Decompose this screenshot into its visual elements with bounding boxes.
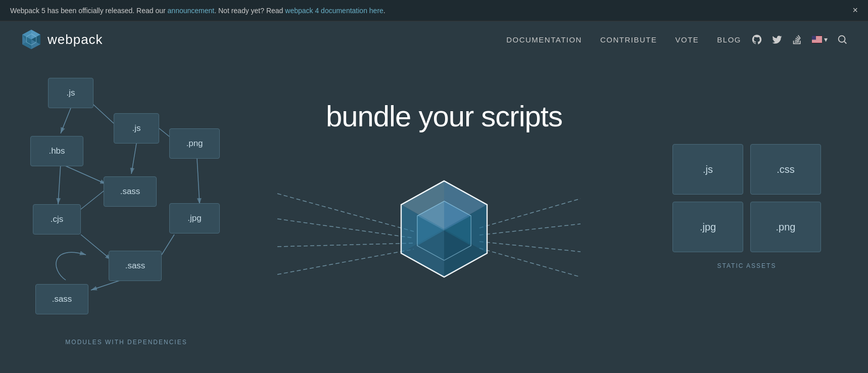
logo-text: webpack: [47, 32, 103, 48]
file-box-sass1: .sass: [104, 176, 157, 207]
assets-section: .js .css .jpg .png STATIC ASSETS: [656, 144, 838, 269]
asset-box-css: .css: [750, 144, 821, 195]
svg-line-23: [131, 144, 136, 174]
nav-icon-group: ▾: [751, 34, 848, 45]
file-box-cjs: .cjs: [33, 204, 81, 235]
chevron-down-icon: ▾: [824, 35, 828, 43]
flag-icon: [812, 36, 822, 43]
svg-line-28: [91, 280, 121, 290]
twitter-icon-button[interactable]: [771, 34, 783, 45]
logo-area: webpack: [20, 28, 103, 51]
svg-rect-13: [812, 42, 822, 42]
nav-blog[interactable]: BLOG: [717, 35, 741, 44]
svg-line-20: [61, 164, 106, 184]
svg-line-18: [61, 108, 71, 133]
svg-line-21: [58, 164, 61, 204]
hero-section: bundle your scripts: [232, 75, 656, 338]
asset-box-jpg: .jpg: [672, 202, 743, 252]
svg-line-24: [81, 189, 106, 209]
stackoverflow-icon: [792, 34, 803, 45]
nav-vote[interactable]: VOTE: [675, 35, 699, 44]
nav-contribute[interactable]: CONTRIBUTE: [600, 35, 657, 44]
banner-close-button[interactable]: ×: [852, 5, 858, 16]
file-box-hbs: .hbs: [30, 136, 83, 166]
stackoverflow-icon-button[interactable]: [792, 34, 803, 45]
svg-line-16: [844, 41, 846, 43]
file-box-sass2: .sass: [109, 251, 162, 281]
search-icon-button[interactable]: [837, 34, 848, 45]
webpack4-link[interactable]: webpack 4 documentation here: [285, 7, 383, 15]
main-content: .js .js .hbs .png .sass .cjs .jpg .sass …: [0, 58, 868, 356]
github-icon-button[interactable]: [751, 34, 762, 45]
dependency-diagram: .js .js .hbs .png .sass .cjs .jpg .sass …: [20, 68, 232, 331]
file-box-sass3: .sass: [35, 284, 88, 314]
assets-label: STATIC ASSETS: [717, 262, 777, 269]
svg-point-15: [839, 36, 845, 42]
asset-box-png: .png: [750, 202, 821, 252]
modules-label: MODULES WITH DEPENDENCIES: [20, 339, 232, 346]
announcement-banner: Webpack 5 has been officially released. …: [0, 0, 868, 21]
github-icon: [751, 34, 762, 45]
asset-box-js: .js: [672, 144, 743, 195]
svg-rect-14: [812, 36, 816, 40]
announcement-link[interactable]: announcement: [168, 7, 215, 15]
webpack-cube-svg: [389, 171, 500, 297]
svg-line-26: [197, 159, 200, 204]
svg-rect-12: [812, 41, 822, 41]
search-icon: [837, 34, 848, 45]
language-selector-button[interactable]: ▾: [812, 35, 828, 43]
webpack-logo-icon: [20, 28, 42, 51]
file-box-jpg: .jpg: [169, 203, 220, 234]
hero-title: bundle your scripts: [326, 99, 562, 133]
assets-grid: .js .css .jpg .png: [672, 144, 821, 252]
main-nav: DOCUMENTATION CONTRIBUTE VOTE BLOG: [506, 35, 741, 44]
twitter-icon: [771, 34, 783, 45]
site-header: webpack DOCUMENTATION CONTRIBUTE VOTE BL…: [0, 21, 868, 58]
file-box-png: .png: [169, 128, 220, 159]
nav-documentation[interactable]: DOCUMENTATION: [506, 35, 582, 44]
file-box-js-mid: .js: [114, 113, 159, 144]
modules-section: .js .js .hbs .png .sass .cjs .jpg .sass …: [20, 68, 232, 346]
file-box-js-top: .js: [48, 78, 93, 108]
svg-line-25: [81, 235, 111, 260]
svg-line-27: [162, 235, 174, 255]
svg-rect-11: [812, 40, 822, 40]
banner-text: Webpack 5 has been officially released. …: [10, 7, 385, 15]
